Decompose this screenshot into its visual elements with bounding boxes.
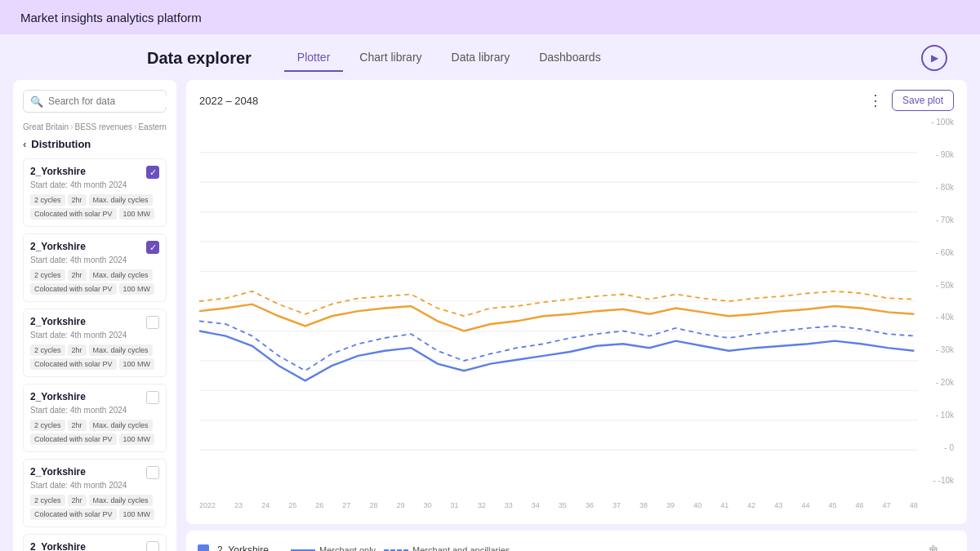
legend-area: 2_Yorkshire Merchant only Merchant and a… [186,531,967,551]
item-date: Start date: 4th month 2024 [30,180,159,189]
tag: 2hr [68,495,87,506]
y-label: - 40k [921,313,954,322]
chart-date-range: 2022 – 2048 [199,95,258,107]
x-label: 25 [288,501,296,509]
app-title: Market insights analytics platform [20,11,202,24]
x-label: 38 [639,501,648,509]
x-label: 47 [883,501,891,509]
item-checkbox[interactable] [146,316,159,329]
item-date: Start date: 4th month 2024 [30,481,159,490]
item-checkbox[interactable]: ✓ [146,241,159,254]
x-label: 35 [559,501,567,509]
search-input[interactable] [48,96,171,107]
tag: Colocated with solar PV [30,208,117,220]
tag: 2hr [68,194,87,206]
x-label: 48 [910,501,918,509]
more-options-button[interactable]: ⋮ [868,91,884,109]
x-label: 36 [586,501,594,509]
play-button[interactable]: ▶ [921,45,947,71]
x-label: 27 [342,501,350,509]
tag: Colocated with solar PV [30,433,117,445]
list-item[interactable]: 2_Yorkshire ✓ Start date: 4th month 2024… [23,233,167,302]
tab-chart-library[interactable]: Chart library [346,44,434,72]
tag: Max. daily cycles [89,344,153,356]
item-name: 2_Yorkshire [30,166,86,177]
y-label: - 70k [921,216,954,224]
x-label: 2022 [199,501,216,509]
list-item[interactable]: 2_Yorkshire Start date: 4th month 2024 2… [23,459,167,527]
play-icon: ▶ [931,52,938,64]
item-date: Start date: 4th month 2024 [30,406,159,415]
right-panel: 2022 – 2048 ⋮ Save plot [186,80,967,551]
search-box[interactable]: 🔍 ✕ [23,90,167,113]
x-label: 46 [856,501,864,509]
item-checkbox[interactable] [146,541,159,551]
y-label: - 80k [921,183,954,192]
x-label: 31 [451,501,459,509]
tag: 100 MW [119,208,155,220]
tag: 2 cycles [30,420,65,431]
y-label: - 0 [921,443,954,452]
chart-svg-area [199,118,918,485]
x-label: 23 [234,501,243,509]
tab-plotter[interactable]: Plotter [284,44,343,72]
x-label: 37 [612,501,621,509]
search-clear-icon[interactable]: ✕ [176,95,176,108]
item-name: 2_Yorkshire [30,316,86,327]
tag: Max. daily cycles [89,495,153,506]
save-plot-button[interactable]: Save plot [892,90,954,111]
legend-expand-button-1[interactable]: ⌄ [946,544,956,551]
list-item[interactable]: 2_Yorkshire Start date: 4th month 2024 2… [23,309,167,377]
search-icon: 🔍 [30,96,43,108]
tag: 2 cycles [30,194,65,206]
item-tags: 2 cycles 2hr Max. daily cycles Colocated… [30,269,159,295]
back-arrow-icon: ‹ [23,138,26,150]
list-item[interactable]: 2_Yorkshire Start date: 4th month 2024 2… [23,384,167,452]
chart-wrapper: - 100k - 90k - 80k - 70k - 60k - 50k - 4… [199,118,954,509]
item-date: Start date: 4th month 2024 [30,256,159,264]
x-label: 34 [532,501,540,509]
legend-row: 2_Yorkshire Merchant only Merchant and a… [198,539,956,551]
y-label: - 50k [921,281,954,290]
legend-color-blue [198,544,209,551]
tag: 2 cycles [30,269,65,281]
item-tags: 2 cycles 2hr Max. daily cycles Colocated… [30,194,159,220]
item-tags: 2 cycles 2hr Max. daily cycles Colocated… [30,420,159,445]
tag: 100 MW [119,358,155,370]
tag: 2 cycles [30,344,65,356]
x-label: 41 [720,501,728,509]
nav-bar: Data explorer Plotter Chart library Data… [0,34,980,72]
x-label: 44 [801,501,809,509]
x-axis-labels: 2022 23 24 25 26 27 28 29 30 31 32 33 34… [199,501,918,509]
left-panel: 🔍 ✕ Great Britain › BESS revenues › East… [13,80,176,551]
legend-name-1: 2_Yorkshire [217,544,283,551]
item-date: Start date: 4th month 2024 [30,331,159,340]
chart-svg [199,118,918,485]
legend-delete-button-1[interactable]: 🗑 [928,544,939,551]
y-label: - 20k [921,378,954,387]
chart-area: 2022 – 2048 ⋮ Save plot [186,80,967,524]
y-label: - 30k [921,345,954,354]
tag: Max. daily cycles [89,194,153,206]
tab-dashboards[interactable]: Dashboards [526,44,614,72]
chart-controls: ⋮ Save plot [868,90,954,111]
item-checkbox[interactable] [146,466,159,479]
x-label: 24 [261,501,270,509]
x-label: 29 [396,501,404,509]
x-label: 30 [424,501,432,509]
tag: 2 cycles [30,495,65,506]
list-item[interactable]: 2_Yorkshire Start date: 4th month 2024 [23,534,167,551]
x-label: 39 [666,501,675,509]
item-name: 2_Yorkshire [30,391,86,402]
y-label: - 90k [921,150,954,159]
x-label: 28 [369,501,377,509]
tag: Max. daily cycles [89,420,153,431]
item-checkbox[interactable]: ✓ [146,166,159,179]
x-label: 26 [315,501,323,509]
x-label: 43 [774,501,782,509]
tab-data-library[interactable]: Data library [439,44,523,72]
tag: 2hr [68,269,87,281]
item-checkbox[interactable] [146,391,159,404]
section-header[interactable]: ‹ Distribution [23,138,167,150]
list-item[interactable]: 2_Yorkshire ✓ Start date: 4th month 2024… [23,158,167,227]
